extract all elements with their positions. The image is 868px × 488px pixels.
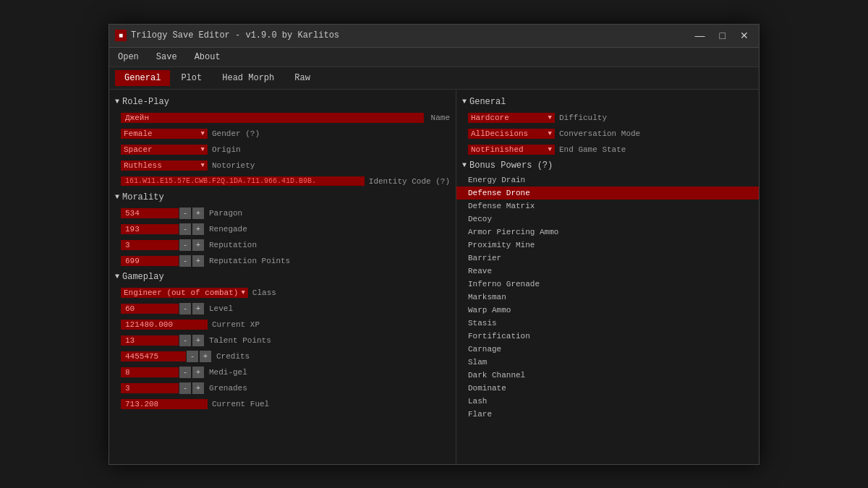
bonus-powers-section-header[interactable]: ▼ Bonus Powers (?) — [456, 158, 759, 174]
gameplay-arrow: ▼ — [115, 273, 119, 281]
rep-points-plus[interactable]: + — [192, 255, 204, 267]
bonus-powers-arrow: ▼ — [462, 161, 467, 169]
morality-section-header[interactable]: ▼ Morality — [109, 189, 456, 205]
tab-raw[interactable]: Raw — [285, 70, 320, 86]
medi-gel-row: 8 - + Medi-gel — [109, 364, 456, 380]
paragon-minus[interactable]: - — [179, 207, 191, 219]
general-section-header[interactable]: ▼ General — [456, 94, 759, 110]
medi-gel-minus[interactable]: - — [179, 367, 191, 378]
bonus-item[interactable]: Dominate — [456, 382, 759, 395]
menu-about[interactable]: About — [192, 51, 224, 64]
tab-general[interactable]: General — [115, 70, 170, 86]
bonus-item[interactable]: Carnage — [456, 343, 759, 356]
notoriety-dropdown[interactable]: Ruthless ▼ — [121, 160, 208, 171]
grenades-plus[interactable]: + — [192, 382, 204, 394]
origin-label: Origin — [212, 145, 241, 154]
tab-plot[interactable]: Plot — [171, 70, 211, 86]
bonus-item[interactable]: Stasis — [456, 317, 759, 330]
rep-points-value: 699 — [121, 256, 179, 266]
talent-row: 13 - + Talent Points — [109, 333, 456, 348]
renegade-minus[interactable]: - — [179, 223, 191, 235]
credits-plus[interactable]: + — [200, 351, 211, 362]
roleplay-section-header[interactable]: ▼ Role-Play — [109, 94, 456, 110]
end-game-row: NotFinished ▼ End Game State — [456, 142, 759, 158]
reputation-minus[interactable]: - — [179, 239, 191, 251]
bonus-item[interactable]: Defense Drone — [456, 187, 759, 200]
close-button[interactable]: ✕ — [736, 29, 753, 42]
bonus-item[interactable]: Reave — [456, 265, 759, 278]
conversation-dropdown[interactable]: AllDecisions ▼ — [468, 129, 555, 139]
xp-value[interactable]: 121480.000 — [121, 320, 208, 330]
bonus-item[interactable]: Defense Matrix — [456, 200, 759, 213]
reputation-value: 3 — [121, 240, 179, 250]
difficulty-dropdown[interactable]: Hardcore ▼ — [468, 113, 555, 123]
morality-arrow: ▼ — [115, 193, 119, 201]
end-game-dropdown[interactable]: NotFinished ▼ — [468, 145, 555, 155]
main-window: ■ Trilogy Save Editor - v1.9.0 by Karlit… — [109, 24, 760, 465]
identity-row: 161.W11.E15.57E.CWB.F2Q.1DA.711.966.41D.… — [109, 174, 456, 189]
medi-gel-plus[interactable]: + — [192, 367, 204, 378]
end-game-label: End Game State — [559, 145, 626, 154]
grenades-label: Grenades — [209, 384, 247, 393]
left-panel: ▼ Role-Play Джейн Name Female ▼ Gender (… — [109, 90, 456, 464]
gender-arrow: ▼ — [201, 130, 205, 137]
bonus-item[interactable]: Decoy — [456, 213, 759, 226]
class-dropdown[interactable]: Engineer (out of combat) ▼ — [121, 288, 248, 298]
paragon-label: Paragon — [209, 209, 242, 218]
bonus-item[interactable]: Dark Channel — [456, 369, 759, 382]
paragon-value: 534 — [121, 208, 179, 218]
origin-dropdown[interactable]: Spacer ▼ — [121, 145, 208, 155]
paragon-plus[interactable]: + — [192, 207, 204, 219]
end-game-value: NotFinished — [471, 145, 524, 154]
origin-row: Spacer ▼ Origin — [109, 142, 456, 158]
gameplay-section-header[interactable]: ▼ Gameplay — [109, 269, 456, 285]
talent-plus[interactable]: + — [192, 335, 204, 346]
fuel-value[interactable]: 713.208 — [121, 399, 208, 409]
difficulty-label: Difficulty — [559, 114, 607, 122]
notoriety-value: Ruthless — [124, 161, 162, 170]
reputation-plus[interactable]: + — [192, 239, 204, 251]
bonus-item[interactable]: Inferno Grenade — [456, 278, 759, 291]
menu-save[interactable]: Save — [153, 51, 180, 64]
bonus-item[interactable]: Barrier — [456, 252, 759, 265]
content-area: ▼ Role-Play Джейн Name Female ▼ Gender (… — [109, 90, 759, 464]
bonus-item[interactable]: Marksman — [456, 291, 759, 304]
bonus-powers-list: Energy DrainDefense DroneDefense MatrixD… — [456, 174, 759, 421]
bonus-item[interactable]: Warp Ammo — [456, 304, 759, 317]
talent-label: Talent Points — [209, 336, 271, 345]
level-row: 60 - + Level — [109, 301, 456, 317]
class-value: Engineer (out of combat) — [124, 288, 238, 297]
roleplay-arrow: ▼ — [115, 98, 119, 106]
window-title: Trilogy Save Editor - v1.9.0 by Karlitos — [131, 30, 691, 40]
class-row: Engineer (out of combat) ▼ Class — [109, 285, 456, 301]
conversation-row: AllDecisions ▼ Conversation Mode — [456, 126, 759, 142]
credits-minus[interactable]: - — [187, 351, 198, 362]
menu-open[interactable]: Open — [115, 51, 142, 64]
bonus-item[interactable]: Energy Drain — [456, 174, 759, 187]
right-panel: ▼ General Hardcore ▼ Difficulty AllDecis… — [456, 90, 759, 464]
bonus-item[interactable]: Lash — [456, 395, 759, 408]
gender-dropdown[interactable]: Female ▼ — [121, 129, 208, 139]
general-arrow: ▼ — [462, 98, 467, 106]
identity-value[interactable]: 161.W11.E15.57E.CWB.F2Q.1DA.711.966.41D.… — [121, 176, 365, 186]
bonus-item[interactable]: Fortification — [456, 330, 759, 343]
gender-label: Gender (?) — [212, 129, 260, 138]
name-value[interactable]: Джейн — [121, 113, 424, 123]
maximize-button[interactable]: □ — [715, 29, 730, 42]
bonus-item[interactable]: Flare — [456, 408, 759, 421]
title-bar: ■ Trilogy Save Editor - v1.9.0 by Karlit… — [109, 25, 759, 48]
app-icon: ■ — [115, 30, 127, 41]
credits-value: 4455475 — [121, 351, 186, 361]
bonus-item[interactable]: Proximity Mine — [456, 239, 759, 252]
grenades-minus[interactable]: - — [179, 382, 191, 394]
rep-points-minus[interactable]: - — [179, 255, 191, 267]
level-minus[interactable]: - — [179, 303, 191, 314]
level-plus[interactable]: + — [192, 303, 204, 314]
minimize-button[interactable]: — — [691, 29, 710, 42]
bonus-item[interactable]: Armor Piercing Ammo — [456, 226, 759, 239]
bonus-item[interactable]: Slam — [456, 356, 759, 369]
tab-head-morph[interactable]: Head Morph — [213, 70, 284, 86]
morality-label: Morality — [122, 192, 164, 202]
talent-minus[interactable]: - — [179, 335, 191, 346]
renegade-plus[interactable]: + — [192, 223, 204, 235]
